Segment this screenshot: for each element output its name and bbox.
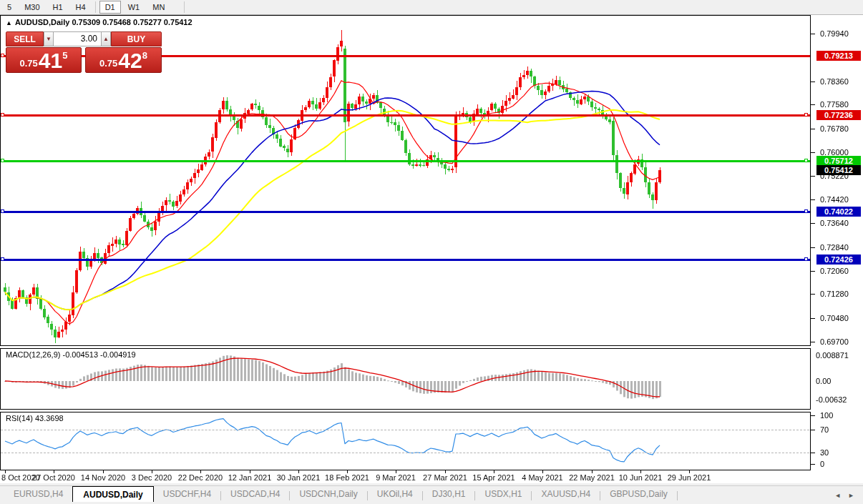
horizontal-level-line[interactable] (0, 114, 810, 117)
price-axis-label: 0.78360 (820, 77, 849, 86)
price-axis-tick (811, 318, 815, 319)
price-badge: 0.72426 (816, 255, 861, 265)
collapse-arrow-icon[interactable]: ▲ (6, 19, 12, 26)
price-axis-tick (811, 247, 815, 248)
level-line-right-marker[interactable] (804, 113, 808, 117)
price-axis-label: 0.76780 (820, 124, 849, 133)
level-line-left-marker[interactable] (1, 159, 4, 162)
price-badge: 0.75712 (816, 156, 861, 166)
date-axis-label: 10 Jun 2021 (619, 473, 663, 482)
price-axis-tick (811, 271, 815, 272)
rsi-axis-tick (811, 464, 815, 465)
sell-price-main: 41 (39, 50, 62, 71)
price-axis-tick (811, 342, 815, 342)
price-axis-label: 0.74420 (820, 195, 849, 204)
buy-price-prefix: 0.75 (99, 58, 117, 69)
buy-price-box[interactable]: 0.75 42 8 (85, 47, 162, 73)
symbol-tab-bar: EURUSD,H4AUDUSD,DailyUSDCHF,H4USDCAD,H4U… (0, 485, 863, 504)
rsi-level-line (1, 453, 809, 453)
horizontal-level-line[interactable] (0, 160, 810, 162)
price-axis-tick (811, 223, 815, 224)
tab-separator (677, 491, 678, 500)
horizontal-level-line[interactable] (0, 211, 810, 213)
rsi-label: RSI(14) 43.3698 (6, 414, 64, 423)
volume-increase-button[interactable]: ▲ (101, 31, 111, 46)
sell-price-prefix: 0.75 (20, 58, 38, 69)
buy-price-pip: 8 (142, 50, 147, 61)
date-axis-label: 27 Oct 2020 (32, 473, 75, 482)
price-badge: 0.79213 (816, 51, 861, 61)
rsi-axis-label: 30 (820, 448, 829, 457)
macd-axis-max: 0.008871 (816, 351, 849, 360)
tabs-scroll-right-icon[interactable]: ► (848, 492, 854, 499)
macd-label: MACD(12,26,9) -0.004513 -0.004919 (6, 350, 136, 359)
price-axis-tick (811, 199, 815, 200)
volume-spinner: ▼ 3.00 ▲ (44, 31, 111, 46)
price-badge: 0.74022 (816, 207, 861, 217)
date-axis-label: 18 Feb 2021 (325, 473, 369, 482)
rsi-axis-label: 70 (820, 425, 829, 434)
price-axis-label: 0.72840 (820, 243, 849, 252)
volume-input[interactable]: 3.00 (54, 31, 101, 46)
price-axis-tick (811, 152, 815, 153)
price-axis-label: 0.79940 (820, 29, 849, 38)
chart-canvas[interactable] (0, 0, 863, 504)
price-axis-tick (811, 104, 815, 105)
price-axis-label: 0.71280 (820, 290, 849, 298)
level-line-left-marker[interactable] (1, 257, 4, 261)
date-axis-label: 15 Apr 2021 (472, 473, 515, 482)
level-line-right-marker[interactable] (804, 257, 808, 261)
price-axis-label: 0.77580 (820, 100, 849, 109)
tab-usdcad-h4[interactable]: USDCAD,H4 (221, 486, 289, 501)
horizontal-level-line[interactable] (0, 259, 810, 261)
tab-usdchf-h4[interactable]: USDCHF,H4 (154, 486, 220, 501)
sell-price-pip: 5 (62, 50, 67, 61)
tab-xauusd-h4[interactable]: XAUUSD,H4 (532, 486, 600, 501)
macd-axis-zero: 0.00 (816, 377, 831, 385)
rsi-axis-tick (811, 415, 815, 416)
tab-gbpusd-daily[interactable]: GBPUSD,Daily (600, 486, 677, 501)
chart-title-text: AUDUSD,Daily 0.75309 0.75468 0.75277 0.7… (15, 18, 192, 26)
price-axis-label: 0.70480 (820, 314, 849, 322)
tab-ukoil-h4[interactable]: UKOil,H4 (368, 486, 422, 501)
price-axis-tick (811, 294, 815, 295)
date-axis-label: 12 Jan 2021 (228, 473, 272, 482)
level-line-left-marker[interactable] (1, 113, 4, 117)
date-axis-label: 4 May 2021 (522, 473, 562, 482)
tab-usdcnh-daily[interactable]: USDCNH,Daily (290, 486, 366, 501)
date-axis-label: 27 Mar 2021 (423, 473, 467, 482)
date-axis-label: 9 Mar 2021 (376, 473, 416, 482)
tab-scroll-arrows: ◄► (834, 486, 863, 504)
level-line-right-marker[interactable] (804, 159, 808, 162)
rsi-axis-tick (811, 430, 815, 430)
price-badge: 0.77236 (816, 110, 861, 120)
level-line-right-marker[interactable] (804, 209, 808, 213)
date-axis-label: 22 Dec 2020 (178, 473, 223, 482)
date-axis-label: 22 May 2021 (569, 473, 615, 482)
level-line-left-marker[interactable] (1, 54, 4, 57)
tab-usdx-h1[interactable]: USDX,H1 (475, 486, 531, 501)
price-axis-label: 0.73640 (820, 219, 849, 227)
chart-title: ▲AUDUSD,Daily 0.75309 0.75468 0.75277 0.… (6, 18, 192, 26)
tabs-scroll-left-icon[interactable]: ◄ (834, 492, 841, 499)
tab-eurusd-h4[interactable]: EURUSD,H4 (4, 486, 72, 501)
level-line-left-marker[interactable] (1, 209, 4, 213)
sell-price-box[interactable]: 0.75 41 5 (6, 47, 82, 73)
date-axis-label: 14 Nov 2020 (81, 473, 125, 482)
date-axis-label: 30 Jan 2021 (277, 473, 321, 482)
price-axis-tick (811, 34, 815, 34)
price-badge: 0.75412 (816, 165, 861, 175)
date-axis-label: 3 Dec 2020 (132, 473, 172, 482)
price-axis-tick (811, 176, 815, 177)
sell-button[interactable]: SELL (6, 31, 44, 46)
rsi-level-line (1, 430, 809, 430)
tab-audusd-daily[interactable]: AUDUSD,Daily (72, 486, 153, 502)
tab-dj30-h1[interactable]: DJ30,H1 (423, 486, 475, 501)
price-axis-tick (811, 129, 815, 129)
buy-button[interactable]: BUY (111, 31, 162, 46)
macd-axis-min: -0.00632 (816, 395, 847, 404)
rsi-axis-label: 0 (820, 460, 824, 468)
volume-decrease-button[interactable]: ▼ (44, 31, 54, 46)
buy-price-main: 42 (118, 50, 142, 71)
rsi-axis-label: 100 (820, 411, 833, 420)
